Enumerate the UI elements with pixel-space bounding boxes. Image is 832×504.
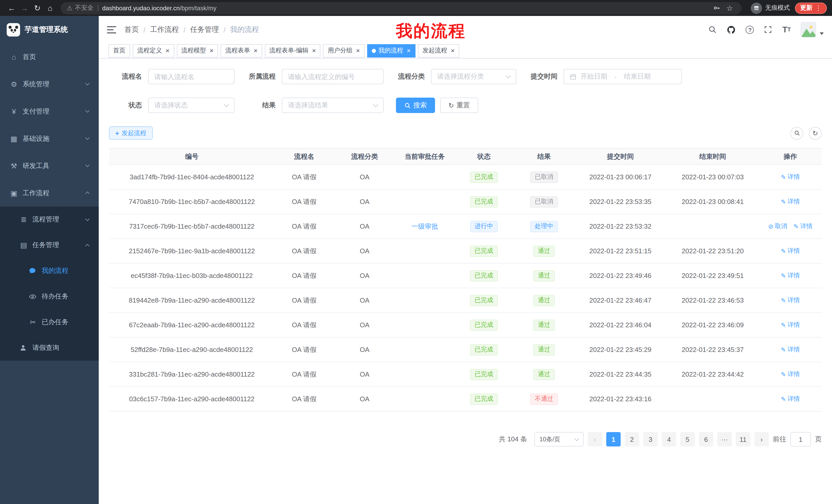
page-button-1[interactable]: 1 bbox=[606, 432, 621, 446]
breadcrumb-item[interactable]: 首页 bbox=[125, 25, 139, 34]
sidebar-item-task-management[interactable]: ▤ 任务管理 bbox=[0, 232, 99, 258]
tab-process-model[interactable]: 流程模型× bbox=[177, 44, 218, 57]
password-key-icon[interactable] bbox=[713, 4, 724, 12]
detail-link[interactable]: ✎详情 bbox=[781, 320, 800, 329]
chevron-up-icon bbox=[85, 192, 90, 196]
tab-start-process[interactable]: 发起流程× bbox=[418, 44, 459, 57]
browser-home-icon[interactable]: ⌂ bbox=[44, 0, 57, 16]
close-icon[interactable]: × bbox=[407, 47, 411, 54]
breadcrumb-item[interactable]: 工作流程 bbox=[150, 25, 179, 34]
process-category-select[interactable]: 请选择流程分类 bbox=[431, 69, 516, 84]
font-size-icon[interactable]: TT bbox=[782, 25, 791, 34]
sidebar-item-workflow[interactable]: ▣ 工作流程 bbox=[0, 179, 99, 206]
page-button-4[interactable]: 4 bbox=[662, 432, 676, 446]
forward-icon[interactable]: → bbox=[18, 0, 31, 16]
tab-my-process[interactable]: 我的流程× bbox=[367, 44, 415, 57]
back-icon[interactable]: ← bbox=[5, 0, 18, 16]
sidebar-item-infrastructure[interactable]: ▦ 基础设施 bbox=[0, 125, 99, 152]
close-icon[interactable]: × bbox=[210, 47, 213, 54]
close-icon[interactable]: × bbox=[254, 47, 257, 54]
avatar-caret-icon[interactable] bbox=[820, 32, 824, 35]
reload-icon[interactable]: ↻ bbox=[31, 0, 44, 16]
avatar[interactable] bbox=[801, 22, 816, 37]
sidebar-item-system-management[interactable]: ⚙ 系统管理 bbox=[0, 71, 99, 97]
workflow-submenu: ≣ 流程管理 ▤ 任务管理 我的流程 bbox=[0, 206, 99, 361]
page-button-3[interactable]: 3 bbox=[643, 432, 658, 446]
cell-category: OA bbox=[334, 214, 395, 239]
detail-icon: ✎ bbox=[781, 297, 786, 304]
close-icon[interactable]: × bbox=[312, 47, 316, 54]
detail-link[interactable]: ✎详情 bbox=[781, 395, 800, 403]
sidebar-item-leave-query[interactable]: 请假查询 bbox=[0, 335, 99, 361]
sidebar-item-dev-tools[interactable]: ⚒ 研发工具 bbox=[0, 152, 99, 179]
update-button[interactable]: 更新⋮ bbox=[795, 2, 827, 13]
sidebar-item-home[interactable]: ⌂ 首页 bbox=[0, 43, 99, 71]
sidebar-item-my-process[interactable]: 我的流程 bbox=[0, 258, 99, 284]
page-button-11[interactable]: 11 bbox=[736, 432, 750, 446]
collapse-sidebar-icon[interactable] bbox=[107, 26, 116, 33]
detail-link[interactable]: ✎详情 bbox=[781, 173, 800, 181]
detail-link[interactable]: ✎详情 bbox=[794, 222, 812, 231]
address-bar[interactable]: ⚠ 不安全 dashboard.yudao.iocoder.cn/bpm/tas… bbox=[61, 2, 742, 14]
cell-result: 通过 bbox=[514, 288, 574, 313]
detail-link[interactable]: ✎详情 bbox=[781, 296, 800, 305]
detail-link[interactable]: ✎详情 bbox=[781, 197, 800, 206]
table-row: 331bc281-7b9a-11ec-a290-acde48001122 OA … bbox=[109, 362, 822, 387]
cell-task bbox=[395, 362, 454, 387]
detail-link[interactable]: ✎详情 bbox=[781, 370, 800, 379]
page-jump-input[interactable] bbox=[790, 432, 811, 446]
detail-link[interactable]: ✎详情 bbox=[781, 345, 800, 354]
status-select[interactable]: 请选择状态 bbox=[148, 97, 234, 113]
sidebar-item-payment-management[interactable]: ¥ 支付管理 bbox=[0, 97, 99, 125]
tab-process-form-edit[interactable]: 流程表单-编辑× bbox=[265, 44, 321, 57]
close-icon[interactable]: × bbox=[356, 47, 360, 54]
cell-name: OA 请假 bbox=[275, 263, 334, 288]
result-tag: 通过 bbox=[533, 344, 555, 355]
cell-submit-time: 2022-01-22 23:53:35 bbox=[574, 189, 667, 214]
page-size-select[interactable]: 10条/页 bbox=[534, 432, 583, 446]
table-row: ec45f38f-7b9a-11ec-b03b-acde48001122 OA … bbox=[109, 263, 822, 288]
table-toolbar: + 发起流程 ↻ bbox=[109, 127, 822, 140]
tab-process-form[interactable]: 流程表单× bbox=[220, 44, 262, 57]
tab-user-group[interactable]: 用户分组× bbox=[323, 44, 365, 57]
detail-icon: ✎ bbox=[781, 173, 786, 180]
current-task-link[interactable]: 一级审批 bbox=[411, 222, 438, 230]
browser-menu-icon[interactable]: ⋮ bbox=[815, 4, 822, 12]
bookmark-star-icon[interactable]: ☆ bbox=[724, 4, 735, 12]
toggle-search-button[interactable] bbox=[790, 127, 803, 139]
process-name-input[interactable] bbox=[148, 69, 234, 84]
submit-time-range-picker[interactable]: 开始日期 - 结束日期 bbox=[564, 69, 682, 84]
page-button-5[interactable]: 5 bbox=[680, 432, 695, 446]
close-icon[interactable]: × bbox=[451, 47, 454, 54]
tab-process-definition[interactable]: 流程定义× bbox=[133, 44, 174, 57]
refresh-table-button[interactable]: ↻ bbox=[809, 127, 822, 139]
status-tag: 已完成 bbox=[470, 319, 498, 331]
table-row: 7470a810-7b9b-11ec-b5b7-acde48001122 OA … bbox=[109, 189, 822, 214]
sidebar-item-done-tasks[interactable]: ✂ 已办任务 bbox=[0, 309, 99, 335]
search-icon[interactable] bbox=[708, 25, 717, 34]
help-icon[interactable]: ? bbox=[746, 25, 754, 34]
page-button-6[interactable]: 6 bbox=[699, 432, 713, 446]
next-page-button[interactable]: › bbox=[754, 432, 769, 446]
more-pages-button[interactable]: ··· bbox=[717, 432, 732, 446]
sidebar-item-process-management[interactable]: ≣ 流程管理 bbox=[0, 206, 99, 232]
cancel-link[interactable]: ⊘取消 bbox=[768, 222, 787, 231]
sidebar-item-todo-tasks[interactable]: 待办任务 bbox=[0, 284, 99, 309]
process-definition-input[interactable] bbox=[282, 69, 384, 84]
cell-name: OA 请假 bbox=[275, 165, 334, 189]
close-icon[interactable]: × bbox=[165, 47, 170, 54]
prev-page-button[interactable]: ‹ bbox=[588, 432, 602, 446]
cell-task bbox=[395, 239, 454, 263]
detail-link[interactable]: ✎详情 bbox=[781, 247, 800, 255]
tab-home[interactable]: 首页 bbox=[108, 44, 130, 57]
result-select[interactable]: 请选择流结果 bbox=[282, 97, 384, 113]
detail-link[interactable]: ✎详情 bbox=[781, 271, 800, 280]
search-button[interactable]: 搜索 bbox=[396, 97, 435, 113]
github-icon[interactable] bbox=[727, 25, 736, 34]
page-button-2[interactable]: 2 bbox=[625, 432, 639, 446]
chat-bubble-icon bbox=[29, 267, 37, 274]
create-process-button[interactable]: + 发起流程 bbox=[109, 127, 153, 140]
fullscreen-icon[interactable] bbox=[764, 25, 773, 34]
breadcrumb-item[interactable]: 任务管理 bbox=[190, 25, 219, 34]
reset-button[interactable]: ↻ 重置 bbox=[440, 97, 478, 113]
